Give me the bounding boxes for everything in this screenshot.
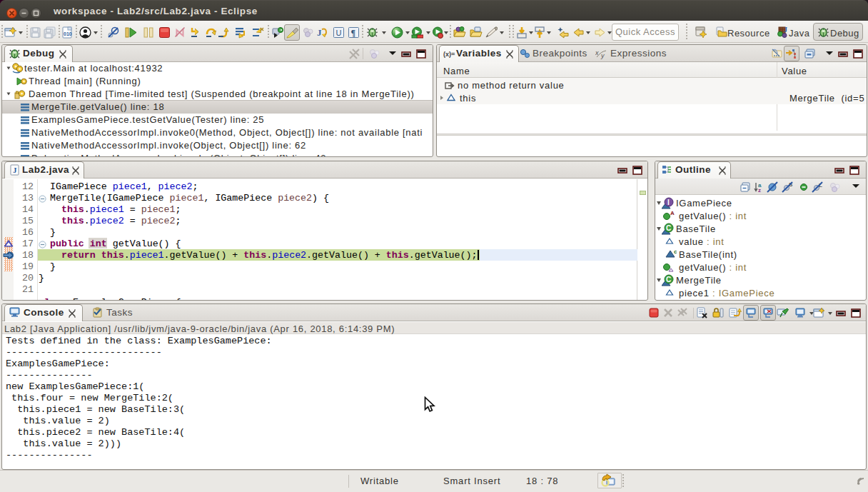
svg-text:A: A [670,210,675,216]
svg-text:c: c [674,248,677,255]
svg-text:J: J [317,27,322,38]
svg-text:z: z [758,187,761,193]
svg-text:U: U [336,29,342,37]
svg-text:¶: ¶ [351,28,355,38]
svg-text:I: I [667,199,670,206]
svg-text:C: C [666,276,671,283]
svg-text:C: C [666,224,671,232]
svg-text:010: 010 [64,31,72,36]
svg-text:J: J [13,166,17,174]
svg-text:J: J [784,26,787,34]
